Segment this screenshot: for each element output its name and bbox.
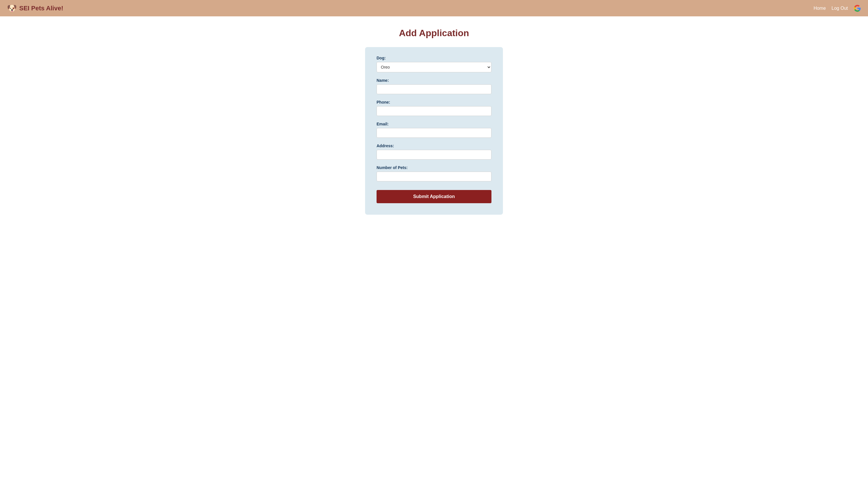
address-field-group: Address:: [377, 143, 491, 160]
phone-input[interactable]: [377, 106, 491, 116]
site-title: SEI Pets Alive!: [19, 5, 63, 12]
application-form: Dog: Oreo Name: Phone: Email:: [377, 56, 491, 203]
application-form-card: Dog: Oreo Name: Phone: Email:: [365, 47, 503, 215]
main-content: Add Application Dog: Oreo Name: Phone:: [0, 16, 868, 226]
email-field-group: Email:: [377, 122, 491, 138]
home-link[interactable]: Home: [813, 6, 826, 11]
logout-link[interactable]: Log Out: [832, 6, 848, 11]
google-icon: [854, 5, 861, 12]
logo[interactable]: 🐶 SEI Pets Alive!: [7, 3, 63, 13]
header: 🐶 SEI Pets Alive! Home Log Out: [0, 0, 868, 16]
num-pets-label: Number of Pets:: [377, 165, 491, 170]
name-field-group: Name:: [377, 78, 491, 94]
dog-select[interactable]: Oreo: [377, 62, 491, 72]
email-label: Email:: [377, 122, 491, 126]
phone-label: Phone:: [377, 100, 491, 104]
dog-icon: 🐶: [7, 3, 17, 13]
nav: Home Log Out: [813, 5, 861, 12]
email-input[interactable]: [377, 128, 491, 138]
dog-label: Dog:: [377, 56, 491, 60]
name-label: Name:: [377, 78, 491, 83]
phone-field-group: Phone:: [377, 100, 491, 116]
submit-application-button[interactable]: Submit Application: [377, 190, 491, 203]
address-input[interactable]: [377, 150, 491, 160]
num-pets-field-group: Number of Pets:: [377, 165, 491, 181]
num-pets-input[interactable]: [377, 172, 491, 181]
name-input[interactable]: [377, 84, 491, 94]
page-title: Add Application: [399, 28, 469, 38]
address-label: Address:: [377, 143, 491, 148]
dog-field-group: Dog: Oreo: [377, 56, 491, 72]
